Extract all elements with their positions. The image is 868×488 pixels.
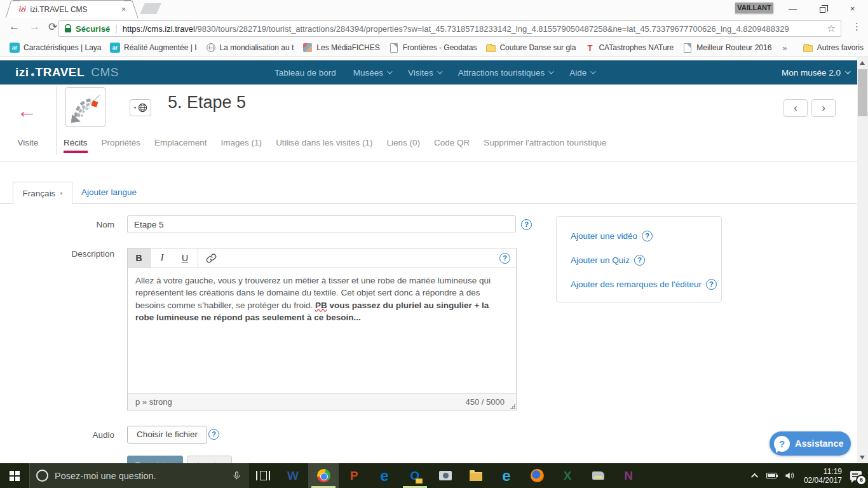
description-help-icon[interactable]: ? <box>499 253 510 264</box>
taskbar-icon-powerpoint[interactable]: P <box>339 463 369 488</box>
link-button[interactable] <box>200 248 222 268</box>
bookmark-item[interactable]: Les MédiaFICHES <box>298 41 384 55</box>
browser-forward-icon[interactable]: → <box>29 20 40 33</box>
bookmark-item[interactable]: arRéalité Augmentée | I <box>105 41 201 55</box>
editor-status-bar: p » strong 450 / 5000 <box>128 393 516 410</box>
taskbar-icon-file-explorer[interactable] <box>461 463 491 488</box>
tab-close-icon[interactable]: × <box>121 5 126 14</box>
nom-help-icon[interactable]: ? <box>521 219 532 230</box>
task-view-button[interactable] <box>248 463 278 488</box>
bookmark-star-icon[interactable]: ☆ <box>827 23 836 34</box>
scroll-down-icon[interactable] <box>860 456 865 459</box>
add-video-link[interactable]: Ajouter une vidéo? <box>571 231 653 241</box>
cancel-button[interactable]: Annuler <box>187 456 232 463</box>
page-scrollbar[interactable] <box>857 57 868 463</box>
back-link-label[interactable]: Visite <box>10 138 46 147</box>
add-language-link[interactable]: Ajouter langue <box>81 187 137 197</box>
taskbar-icon-firefox[interactable] <box>522 463 552 488</box>
taskbar-clock[interactable]: 11:19 02/04/2017 <box>804 467 842 485</box>
chrome-menu-icon[interactable]: ⋮ <box>852 21 862 32</box>
taskbar-icon-photos[interactable] <box>430 463 461 488</box>
action-center-icon[interactable]: 6 <box>850 471 862 480</box>
address-bar[interactable]: Sécurisé | https://cms.izi.travel/9830/t… <box>58 20 841 37</box>
nav-attractions[interactable]: Attractions touristiques <box>458 68 553 78</box>
quiz-help-icon[interactable]: ? <box>634 255 645 266</box>
start-button[interactable] <box>0 463 29 488</box>
scrollbar-thumb[interactable] <box>858 69 867 116</box>
izi-travel-logo[interactable]: iziTRAVEL CMS <box>15 65 119 79</box>
taskbar-icon-internet-explorer[interactable]: e <box>491 463 522 488</box>
scroll-up-icon[interactable] <box>860 61 865 65</box>
browser-refresh-icon[interactable]: ⟳ <box>48 20 57 34</box>
taskbar-icon-edge[interactable]: e <box>369 463 400 488</box>
padlock-icon <box>64 24 72 33</box>
nav-musees[interactable]: Musées <box>353 68 391 78</box>
audio-help-icon[interactable]: ? <box>208 429 219 440</box>
bookmarks-overflow-icon[interactable]: » <box>776 43 793 53</box>
browser-back-icon[interactable]: ← <box>9 20 20 33</box>
tray-expand-icon[interactable] <box>751 473 758 480</box>
browser-toolbar: ← → ⟳ Sécurisé | https://cms.izi.travel/… <box>0 18 868 39</box>
bookmark-item[interactable]: Frontières - Geodatas <box>384 41 482 55</box>
tab-utilise-dans-les-visites[interactable]: Utilisé dans les visites (1) <box>276 138 372 147</box>
add-editor-remarks-link[interactable]: Ajouter des remarques de l'éditeur? <box>571 279 717 290</box>
cms-nav: Tableau de bord Musées Visites Attractio… <box>275 68 594 78</box>
taskbar-icon-chrome[interactable] <box>308 463 339 488</box>
tab-recits[interactable]: Récits <box>64 138 88 147</box>
battery-icon[interactable] <box>766 473 776 478</box>
account-menu[interactable]: Mon musée 2.0 <box>782 68 849 78</box>
assistance-button[interactable]: ? Assistance <box>770 431 851 456</box>
previous-attraction-button[interactable]: ‹ <box>783 99 808 117</box>
nav-visites[interactable]: Visites <box>408 68 441 78</box>
attraction-thumbnail[interactable] <box>65 87 105 127</box>
tab-code-qr[interactable]: Code QR <box>434 138 470 147</box>
video-help-icon[interactable]: ? <box>642 231 653 241</box>
other-favorites-button[interactable]: Autres favoris <box>799 41 868 55</box>
language-tab-francais[interactable]: Français ▾ <box>13 182 72 204</box>
new-tab-button[interactable] <box>140 3 161 14</box>
back-arrow-icon[interactable]: ← <box>17 100 37 121</box>
globe-bookmark-icon <box>207 43 215 52</box>
tab-proprietes[interactable]: Propriétés <box>102 138 141 147</box>
tab-supprimer[interactable]: Supprimer l'attraction touristique <box>484 138 606 147</box>
chrome-profile-badge[interactable]: VAILLANT <box>735 3 773 13</box>
window-close-button[interactable]: × <box>838 0 867 18</box>
bookmark-item[interactable]: arCaractéristiques | Laya <box>5 41 105 55</box>
microphone-icon[interactable] <box>232 470 241 481</box>
language-globe-button[interactable]: ▾ <box>130 99 151 116</box>
window-minimize-button[interactable]: — <box>778 0 807 18</box>
bookmark-item[interactable]: Couture Danse sur gla <box>481 41 580 55</box>
resize-grip[interactable] <box>510 403 515 409</box>
next-attraction-button[interactable]: › <box>811 99 836 117</box>
taskbar-icon-onenote[interactable]: N <box>613 463 644 488</box>
taskbar-icon-fax-scan[interactable] <box>583 463 613 488</box>
folder-icon <box>803 45 813 52</box>
nav-aide[interactable]: Aide <box>569 68 594 78</box>
bookmark-label: Meilleur Routeur 2016 <box>696 43 771 52</box>
bookmark-item[interactable]: TCATastrophes NATure <box>580 41 678 55</box>
tab-images[interactable]: Images (1) <box>221 138 262 147</box>
taskbar-icon-word[interactable]: W <box>278 463 308 488</box>
taskbar-icon-outlook[interactable]: O <box>400 463 430 488</box>
bold-button[interactable]: B <box>128 248 151 268</box>
choose-file-button[interactable]: Choisir le fichier <box>127 426 207 444</box>
add-quiz-link[interactable]: Ajouter un Quiz? <box>571 255 645 266</box>
tab-liens[interactable]: Liens (0) <box>386 138 420 147</box>
remarks-help-icon[interactable]: ? <box>706 279 717 290</box>
taskbar-icon-excel[interactable]: X <box>552 463 583 488</box>
underline-button[interactable]: U <box>173 248 196 268</box>
cortana-search-box[interactable]: Posez-moi une question. <box>29 463 248 488</box>
tab-emplacement[interactable]: Emplacement <box>154 138 207 147</box>
description-textarea[interactable]: Allez à votre gauche, vous y trouverez u… <box>128 268 516 393</box>
bookmark-item[interactable]: Meilleur Routeur 2016 <box>678 41 776 55</box>
bookmark-item[interactable]: La mondialisation au t <box>201 41 299 55</box>
save-button[interactable]: Enregistrer <box>127 456 183 463</box>
browser-tab[interactable]: izi izi.TRAVEL CMS × <box>13 0 131 18</box>
window-restore-button[interactable] <box>808 0 837 18</box>
page-bookmark-icon <box>684 43 691 53</box>
italic-button[interactable]: I <box>151 248 173 268</box>
brand-travel: TRAVEL <box>36 65 85 79</box>
nom-input[interactable] <box>127 215 516 233</box>
nav-tableau-de-bord[interactable]: Tableau de bord <box>275 68 336 78</box>
volume-icon[interactable] <box>785 471 796 480</box>
